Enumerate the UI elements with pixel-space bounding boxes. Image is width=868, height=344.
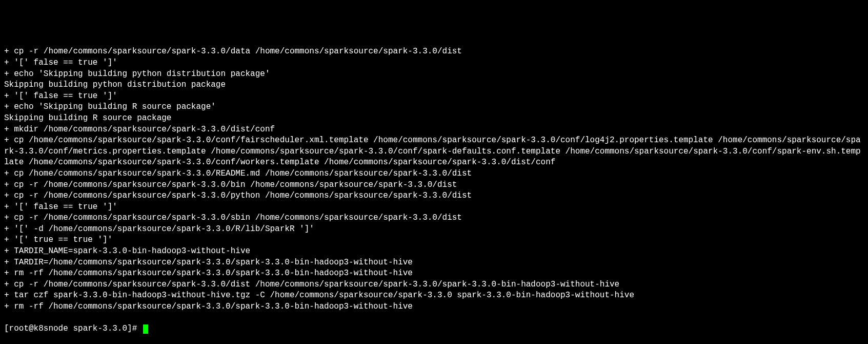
terminal-line: + mkdir /home/commons/sparksource/spark-… — [4, 124, 864, 136]
terminal-line: + echo 'Skipping building R source packa… — [4, 102, 864, 113]
terminal-line: + cp /home/commons/sparksource/spark-3.3… — [4, 135, 864, 168]
terminal-line: Skipping building python distribution pa… — [4, 80, 864, 91]
terminal-line: + TARDIR_NAME=spark-3.3.0-bin-hadoop3-wi… — [4, 246, 864, 257]
terminal-line: + '[' -d /home/commons/sparksource/spark… — [4, 224, 864, 235]
terminal-line: + cp -r /home/commons/sparksource/spark-… — [4, 213, 864, 224]
terminal-line: + TARDIR=/home/commons/sparksource/spark… — [4, 257, 864, 269]
terminal-line: + rm -rf /home/commons/sparksource/spark… — [4, 268, 864, 279]
terminal-output: + cp -r /home/commons/sparksource/spark-… — [4, 46, 864, 312]
terminal-line: + cp /home/commons/sparksource/spark-3.3… — [4, 168, 864, 180]
terminal-line: + cp -r /home/commons/sparksource/spark-… — [4, 190, 864, 202]
terminal-line: + rm -rf /home/commons/sparksource/spark… — [4, 301, 864, 313]
terminal-line: + '[' false == true ']' — [4, 58, 864, 69]
terminal-line: + '[' false == true ']' — [4, 202, 864, 213]
terminal-line: + cp -r /home/commons/sparksource/spark-… — [4, 279, 864, 291]
terminal-prompt: [root@k8snode spark-3.3.0]# — [4, 323, 142, 335]
terminal-line: + '[' false == true ']' — [4, 91, 864, 102]
terminal-line: Skipping building R source package — [4, 113, 864, 124]
terminal-prompt-line[interactable]: [root@k8snode spark-3.3.0]# — [4, 323, 864, 335]
cursor-icon — [143, 324, 148, 334]
terminal-line: + cp -r /home/commons/sparksource/spark-… — [4, 180, 864, 191]
terminal-line: + tar czf spark-3.3.0-bin-hadoop3-withou… — [4, 290, 864, 301]
terminal-line: + cp -r /home/commons/sparksource/spark-… — [4, 46, 864, 58]
terminal-line: + '[' true == true ']' — [4, 235, 864, 246]
terminal-line: + echo 'Skipping building python distrib… — [4, 69, 864, 80]
